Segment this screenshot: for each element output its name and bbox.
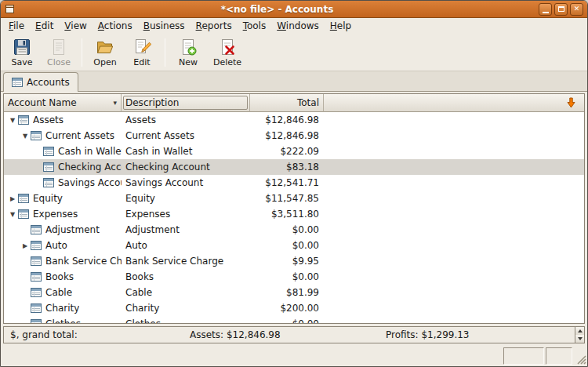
save-icon: [13, 38, 31, 56]
menu-edit[interactable]: Edit: [30, 19, 59, 34]
account-name-cell: Adjustment: [4, 224, 122, 235]
menu-reports[interactable]: Reports: [191, 19, 238, 34]
column-header-total[interactable]: Total: [250, 94, 324, 112]
menu-business[interactable]: Business: [138, 19, 191, 34]
summary-bar: $, grand total: Assets: $12,846.98 Profi…: [3, 326, 585, 343]
account-row[interactable]: Savings AccountSavings Account$12,541.71: [4, 175, 584, 191]
maximize-button[interactable]: [554, 3, 568, 16]
menu-tools[interactable]: Tools: [238, 19, 272, 34]
column-options-button[interactable]: [557, 94, 584, 112]
open-button[interactable]: Open: [88, 36, 122, 69]
tab-label: Accounts: [27, 77, 70, 88]
account-row[interactable]: ▶AutoAuto$0.00: [4, 238, 584, 253]
toolbar: SaveCloseOpenEditNewDelete: [1, 35, 587, 71]
summary-stepper-down-button[interactable]: [575, 335, 584, 343]
account-icon: [31, 319, 42, 323]
account-total: $12,846.98: [250, 130, 324, 141]
account-total: $12,846.98: [250, 114, 324, 125]
account-row[interactable]: ClothesClothes$0.00: [4, 316, 584, 323]
toolbar-button-label: New: [179, 57, 198, 67]
toolbar-separator: [165, 38, 165, 67]
toolbar-button-label: Save: [11, 57, 32, 67]
toolbar-button-label: Delete: [213, 57, 241, 67]
new-button[interactable]: New: [171, 36, 205, 69]
tree-expander-open-icon[interactable]: ▼: [20, 133, 31, 140]
account-row[interactable]: Cash in WalletCash in Wallet$222.09: [4, 144, 584, 159]
account-description: Equity: [122, 193, 250, 204]
account-icon: [31, 256, 42, 266]
column-header-account-name[interactable]: Account Name ▾: [4, 94, 122, 112]
account-row[interactable]: CharityCharity$200.00: [4, 300, 584, 316]
menu-view[interactable]: View: [59, 19, 92, 34]
tree-expander-closed-icon[interactable]: ▶: [7, 195, 18, 202]
edit-button[interactable]: Edit: [125, 36, 159, 69]
account-row[interactable]: ▼ExpensesExpenses$3,511.80: [4, 206, 584, 222]
summary-profits: Profits: $1,299.13: [386, 329, 469, 340]
close-window-button[interactable]: ✕: [570, 3, 583, 16]
account-row[interactable]: AdjustmentAdjustment$0.00: [4, 222, 584, 238]
minimize-icon: [543, 12, 549, 13]
column-sort-arrow-icon: ▾: [113, 99, 117, 107]
account-name: Books: [45, 271, 74, 282]
account-name: Savings Account: [58, 177, 122, 188]
account-description: Cable: [122, 287, 250, 298]
menu-actions[interactable]: Actions: [93, 19, 138, 34]
tab-accounts[interactable]: Accounts: [3, 72, 78, 92]
account-name-cell: Bank Service Charge: [4, 256, 122, 267]
menubar: FileEditViewActionsBusinessReportsToolsW…: [1, 18, 587, 35]
resize-grip[interactable]: [574, 347, 586, 365]
tree-expander-closed-icon[interactable]: ▶: [20, 242, 31, 249]
account-name-cell: ▼Expenses: [4, 209, 122, 220]
account-row[interactable]: ▼AssetsAssets$12,846.98: [4, 112, 584, 128]
account-description: Books: [122, 271, 250, 282]
summary-stepper-up-button[interactable]: [575, 327, 584, 335]
tree-expander-open-icon[interactable]: ▼: [7, 117, 18, 124]
account-name-cell: Savings Account: [4, 177, 122, 188]
account-icon: [12, 78, 23, 87]
up-arrow-icon: [578, 329, 583, 332]
menu-windows[interactable]: Windows: [271, 19, 325, 34]
account-row[interactable]: CableCable$81.99: [4, 285, 584, 300]
titlebar[interactable]: *<no file> - Accounts ✕: [1, 1, 587, 18]
account-total: $200.00: [250, 303, 324, 314]
new-icon: [179, 38, 198, 56]
window-controls: ✕: [539, 3, 583, 16]
account-row[interactable]: Bank Service ChargeBank Service Charge$9…: [4, 253, 584, 269]
toolbar-button-label: Close: [47, 57, 71, 67]
account-icon: [43, 178, 54, 187]
account-description: Adjustment: [122, 224, 250, 235]
accounts-tree-table: Account Name ▾ Description Total ▼Assets…: [3, 93, 585, 324]
account-name: Assets: [33, 114, 64, 125]
column-header-description[interactable]: Description: [122, 94, 250, 112]
account-icon: [31, 131, 42, 140]
open-icon: [96, 38, 114, 56]
delete-button[interactable]: Delete: [208, 36, 247, 69]
account-icon: [43, 147, 54, 156]
account-name-cell: Cable: [4, 287, 122, 298]
menu-file[interactable]: File: [3, 19, 30, 34]
account-name: Current Assets: [45, 130, 114, 141]
account-row[interactable]: Checking AccountChecking Account$83.18: [4, 159, 584, 175]
account-row[interactable]: BooksBooks$0.00: [4, 269, 584, 285]
account-name: Bank Service Charge: [45, 256, 122, 267]
account-icon: [31, 241, 42, 250]
account-total: $83.18: [250, 162, 324, 173]
account-row[interactable]: ▼Current AssetsCurrent Assets$12,846.98: [4, 128, 584, 144]
account-total: $12,541.71: [250, 177, 324, 188]
account-row[interactable]: ▶EquityEquity$11,547.85: [4, 191, 584, 206]
window-icon: [5, 4, 16, 15]
save-button[interactable]: Save: [5, 36, 39, 69]
summary-assets: Assets: $12,846.98: [190, 329, 281, 340]
column-header-total-label: Total: [297, 97, 319, 108]
minimize-button[interactable]: [539, 3, 552, 16]
account-icon: [31, 303, 42, 313]
account-total: $0.00: [250, 240, 324, 251]
statusbar: [1, 346, 587, 366]
tree-expander-open-icon[interactable]: ▼: [7, 211, 18, 218]
account-name-cell: Books: [4, 271, 122, 282]
account-name-cell: ▶Auto: [4, 240, 122, 251]
account-name-cell: ▶Equity: [4, 193, 122, 204]
close-icon: ✕: [574, 5, 580, 13]
menu-help[interactable]: Help: [325, 19, 357, 34]
accounts-window: *<no file> - Accounts ✕ FileEditViewActi…: [0, 0, 588, 367]
